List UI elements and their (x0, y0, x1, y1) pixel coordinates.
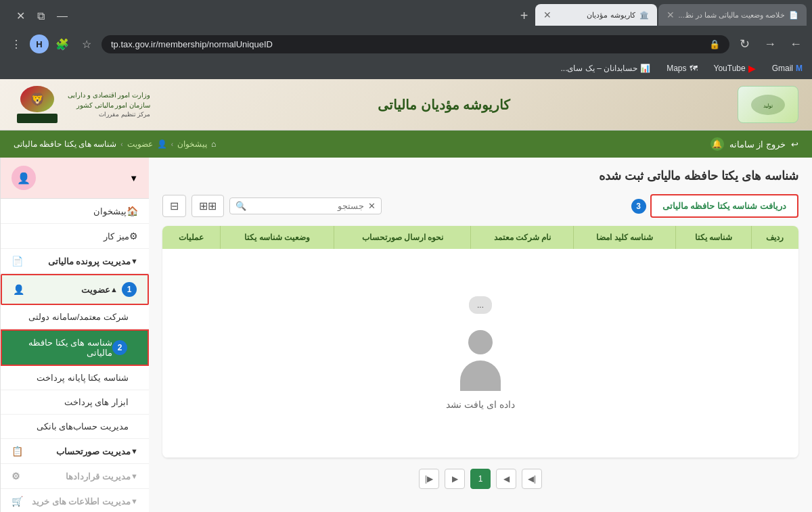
user-avatar: 👤 (12, 166, 36, 190)
search-clear-icon[interactable]: ✕ (368, 201, 376, 211)
sidebar-item-contract-mgmt[interactable]: ▼ مدیریت قراردادها ⚙ (1, 464, 149, 489)
back-button[interactable]: ← (785, 33, 807, 55)
bookmark-hesabdanan-label: حسابدانان – یک سای... (560, 64, 637, 73)
sidebar-item-trusted-company[interactable]: شرکت معتمد/سامانه دولتی (1, 305, 149, 329)
logout-section[interactable]: ↩ خروج از سامانه 🔔 (710, 137, 798, 151)
speech-bubble-container: ... (469, 296, 492, 319)
window-maximize[interactable]: ⧉ (32, 7, 50, 25)
sidebar-item-bank-accounts[interactable]: مدیریت حساب‌های بانکی (1, 415, 149, 439)
empty-state-text: داده ای یافت نشد (184, 399, 777, 410)
sidebar-label-tax-memory-ids: شناسه های یکتا حافظه مالیاتی (13, 338, 112, 358)
profile-icon[interactable]: H (30, 34, 49, 53)
bookmark-button[interactable]: ☆ (76, 33, 97, 55)
bookmarks-bar: M Gmail ▶ YouTube 🗺 Maps 📊 حسابدانان – ی… (0, 60, 812, 79)
sidebar-label-tax-file: مدیریت پرونده مالیاتی (23, 256, 131, 266)
sidebar-item-purchase-info[interactable]: ▼ مدیریت اطلاعات های خرید 🛒 (1, 489, 149, 512)
breadcrumb: ⌂ پیشخوان › 👤 عضویت › شناسه های یکتا حاف… (14, 139, 216, 149)
sidebar-item-invoice-mgmt[interactable]: ▼ مدیریت صورتحساب 📋 (1, 439, 149, 464)
sidebar-label-payment-unique-id: شناسه یکتا پایانه پرداخت (12, 373, 129, 383)
avatar-container (453, 330, 508, 391)
sidebar-item-desk[interactable]: ⚙ میز کار (1, 224, 149, 249)
sidebar-item-payment-unique-id[interactable]: شناسه یکتا پایانه پرداخت (1, 366, 149, 390)
filter-button[interactable]: ⊟ (162, 195, 186, 217)
browser-chrome: 📄 خلاصه وضعیت مالیاتی شما در نظ... ✕ 🏛️ … (0, 0, 812, 79)
sidebar-item-dashboard[interactable]: 🏠 پیشخوان (1, 199, 149, 224)
tax-memory-left: 2 (112, 340, 127, 355)
sidebar-item-payment-tools[interactable]: ابزار های پرداخت (1, 390, 149, 415)
sidebar-label-purchase-info: مدیریت اطلاعات های خرید (23, 496, 131, 507)
desk-icon: ⚙ (129, 231, 138, 241)
window-minimize[interactable]: — (51, 7, 73, 25)
header-right-section: تولید (738, 86, 798, 123)
address-text: tp.tax.gov.ir/membership/normalUniqueID (111, 39, 704, 49)
sidebar-label-bank-accounts: مدیریت حساب‌های بانکی (12, 421, 129, 432)
col-operations: عملیات (162, 226, 220, 249)
breadcrumb-dashboard[interactable]: پیشخوان (177, 139, 207, 149)
pagination: |◀ ◀ 1 ▶ ▶| (162, 469, 798, 489)
reload-button[interactable]: ↻ (734, 33, 755, 55)
bell-icon[interactable]: 🔔 (710, 137, 724, 151)
badge-3: 3 (631, 199, 646, 214)
col-radif: ردیف (751, 226, 798, 249)
avatar-head (468, 330, 493, 354)
avatar-body (460, 360, 501, 391)
forward-button[interactable]: → (759, 33, 781, 55)
badge-tax-memory: 2 (112, 340, 127, 355)
header-center: کاریوشه مؤدیان مالیاتی (378, 97, 510, 113)
gov-logo: 🦁 (14, 86, 61, 123)
invoice-icon: 📋 (12, 446, 23, 457)
pagination-page-1[interactable]: 1 (470, 469, 491, 489)
toolbar-right: ✕ 🔍 ⊞⊞ ⊟ (162, 195, 382, 217)
pagination-prev[interactable]: ◀ (496, 469, 516, 489)
search-icon[interactable]: 🔍 (235, 201, 246, 211)
sidebar-label-invoice-mgmt: مدیریت صورتحساب (23, 446, 131, 457)
header-title: کاریوشه مؤدیان مالیاتی (378, 97, 510, 113)
bookmark-hesabdanan[interactable]: 📊 حسابدانان – یک سای... (556, 62, 654, 74)
data-table: ردیف شناسه یکتا شناسه کلید امضا نام شرکت… (162, 226, 798, 458)
search-input[interactable] (250, 201, 364, 211)
chevron-down-contract-icon: ▼ (131, 472, 138, 480)
browser-tab-inactive[interactable]: 📄 خلاصه وضعیت مالیاتی شما در نظ... ✕ (658, 4, 807, 26)
grid-view-button[interactable]: ⊞⊞ (191, 195, 224, 217)
gov-text: وزارت امور اقتصادی و دارایی سازمان امور … (68, 90, 150, 120)
bookmark-youtube[interactable]: ▶ YouTube (710, 62, 760, 75)
sidebar-label-contract-mgmt: مدیریت قراردادها (20, 471, 131, 482)
purchase-icon: 🛒 (12, 496, 23, 507)
breadcrumb-membership[interactable]: عضویت (127, 139, 153, 149)
bookmark-maps[interactable]: 🗺 Maps (662, 62, 701, 74)
new-tab-button[interactable]: + (515, 4, 534, 28)
tab-close-active[interactable]: ✕ (543, 9, 551, 20)
bookmark-gmail-label: Gmail (772, 64, 793, 73)
sidebar-user[interactable]: ▼ 👤 (1, 158, 149, 199)
sidebar-item-membership[interactable]: 1 ▲ عضویت 👤 (1, 274, 149, 305)
sidebar-item-tax-memory-ids[interactable]: 2 شناسه های یکتا حافظه مالیاتی (1, 329, 149, 366)
menu-button[interactable]: ⋮ (5, 33, 27, 55)
app-header: تولید کاریوشه مؤدیان مالیاتی وزارت امور … (0, 79, 812, 131)
membership-left: 1 ▲ (110, 282, 137, 297)
chevron-up-membership-icon: ▲ (110, 285, 118, 294)
receive-unique-id-button[interactable]: دریافت شناسه یکتا حافظه مالیاتی (650, 194, 798, 218)
breadcrumb-home-icon: ⌂ (211, 139, 216, 149)
main-content: شناسه های یکتا حافظه مالیاتی ثبت شده دری… (149, 158, 812, 512)
hesabdanan-icon: 📊 (640, 64, 650, 73)
tab-title-inactive: خلاصه وضعیت مالیاتی شما در نظ... (679, 11, 785, 20)
col-send-method: نحوه ارسال صورتحساب (334, 226, 471, 249)
chevron-down-tax-icon: ▼ (131, 257, 138, 265)
svg-text:تولید: تولید (763, 103, 773, 109)
breadcrumb-person-icon: 👤 (157, 139, 167, 149)
empty-state-cell: ... داده ای یافت نشد (162, 249, 798, 458)
tab-title-active: کاریوشه مؤدیان (556, 11, 635, 20)
pagination-first[interactable]: |◀ (522, 469, 542, 489)
sidebar-item-tax-file[interactable]: ▼ مدیریت پرونده مالیاتی 📄 (1, 249, 149, 274)
pagination-next[interactable]: ▶ (445, 469, 465, 489)
sidebar-label-dashboard: پیشخوان (12, 206, 127, 216)
bookmark-gmail[interactable]: M Gmail (768, 62, 807, 74)
address-bar[interactable]: 🔒 tp.tax.gov.ir/membership/normalUniqueI… (102, 35, 729, 53)
pagination-last[interactable]: ▶| (419, 469, 439, 489)
browser-tab-active[interactable]: 🏛️ کاریوشه مؤدیان ✕ (535, 4, 657, 26)
logout-label: خروج از سامانه (729, 139, 786, 149)
tab-close-inactive[interactable]: ✕ (667, 9, 675, 20)
bookmark-youtube-label: YouTube (714, 64, 746, 73)
window-close[interactable]: ✕ (11, 7, 30, 25)
extensions-button[interactable]: 🧩 (51, 33, 73, 55)
